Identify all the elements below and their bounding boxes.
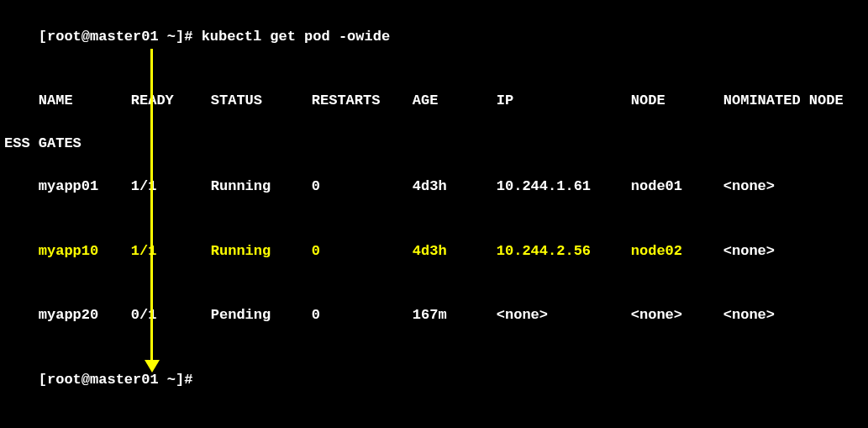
- table-header-ess: ESS GATES: [4, 133, 864, 155]
- table-row-highlighted: myapp101/1Running04d3h10.244.2.56node02<…: [4, 219, 864, 283]
- arrow-line-icon: [150, 49, 153, 362]
- arrow-head-icon: [145, 360, 160, 373]
- table-header-1: NAMEREADYSTATUSRESTARTSAGEIPNODENOMINATE…: [4, 69, 864, 134]
- command-get-pod-1: kubectl get pod -owide: [202, 29, 390, 45]
- prompt-line-1: [root@master01 ~]# kubectl get pod -owid…: [4, 4, 864, 69]
- terminal-output: [root@master01 ~]# kubectl get pod -owid…: [4, 4, 864, 428]
- prompt-line-taint: [root@master01 ~]# kubectl taint node no…: [4, 412, 864, 429]
- table-row: myapp011/1Running04d3h10.244.1.61node01<…: [4, 155, 864, 219]
- prompt-line-empty-1: [root@master01 ~]#: [4, 347, 864, 412]
- table-row: myapp200/1Pending0167m<none><none><none>: [4, 283, 864, 348]
